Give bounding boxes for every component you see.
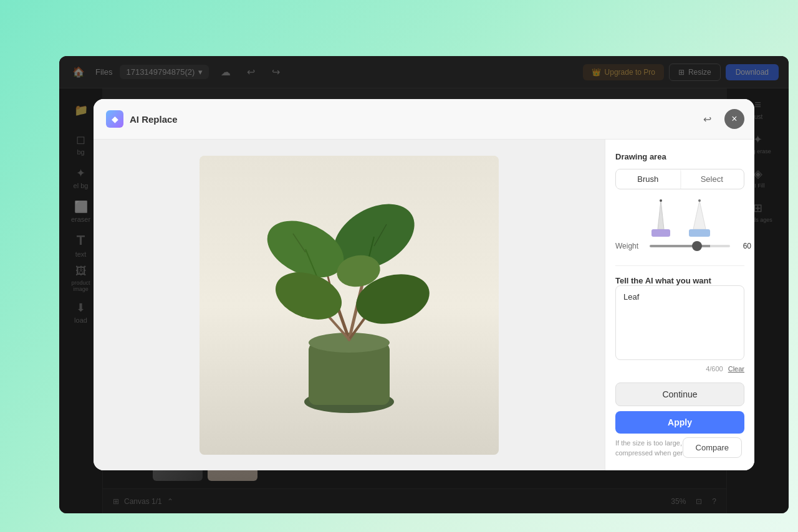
apply-button[interactable]: Apply xyxy=(615,411,744,434)
drawing-area-title: Drawing area xyxy=(615,152,744,161)
plant-image xyxy=(200,156,499,455)
brush-icon-2 xyxy=(684,199,715,237)
clear-button[interactable]: Clear xyxy=(728,365,744,373)
brush-svg-2 xyxy=(684,198,715,239)
ai-section: Tell the AI what you want 4/600 Clear xyxy=(615,276,744,373)
app-window: 🏠 Files 1713149794875(2) ▾ ☁ ↩ ↪ 👑 Upgra… xyxy=(59,56,789,513)
ai-section-title: Tell the AI what you want xyxy=(615,276,744,285)
ai-replace-icon: ◆ xyxy=(106,110,123,128)
modal-right-panel: Drawing area Brush Select xyxy=(605,140,754,470)
svg-marker-18 xyxy=(658,201,664,229)
select-button[interactable]: Select xyxy=(680,169,744,189)
svg-point-23 xyxy=(698,199,701,202)
modal-dialog: × ◆ AI Replace ↩ ↪ xyxy=(94,99,754,470)
textarea-footer: 4/600 Clear xyxy=(615,365,744,373)
brush-option-2[interactable] xyxy=(684,199,715,237)
modal-header: ◆ AI Replace ↩ ↪ xyxy=(94,99,754,140)
ai-prompt-textarea[interactable] xyxy=(615,285,744,360)
svg-rect-19 xyxy=(651,229,670,237)
brush-option-1[interactable] xyxy=(645,199,676,237)
compare-button[interactable]: Compare xyxy=(683,437,742,458)
modal-close-button[interactable]: × xyxy=(724,109,744,129)
modal-body: Compare Drawing area Brush Select xyxy=(94,140,754,470)
svg-marker-21 xyxy=(693,201,706,229)
brush-svg-1 xyxy=(645,198,676,239)
brush-icon-1 xyxy=(645,199,676,237)
svg-point-20 xyxy=(660,199,662,202)
plant-svg xyxy=(249,174,449,436)
brush-preview-area xyxy=(615,199,744,237)
weight-label: Weight xyxy=(615,242,643,250)
weight-value: 60 xyxy=(736,242,751,250)
continue-button[interactable]: Continue xyxy=(615,382,744,406)
weight-slider[interactable] xyxy=(650,245,730,247)
modal-image-container xyxy=(200,156,499,455)
section-divider xyxy=(615,265,744,266)
char-count: 4/600 xyxy=(706,365,723,373)
drawing-area-section: Drawing area Brush Select xyxy=(615,152,744,255)
modal-title-area: ◆ AI Replace xyxy=(106,110,178,128)
modal-image-area: Compare xyxy=(94,140,605,470)
svg-point-14 xyxy=(269,264,348,328)
brush-button[interactable]: Brush xyxy=(616,169,680,189)
svg-rect-22 xyxy=(689,229,710,237)
diamond-icon: ◆ xyxy=(112,114,118,124)
weight-row: Weight 60 xyxy=(615,242,744,250)
brush-select-toggle: Brush Select xyxy=(615,169,744,189)
modal-overlay: × ◆ AI Replace ↩ ↪ xyxy=(59,56,789,513)
modal-undo-button[interactable]: ↩ xyxy=(697,109,717,129)
modal-title: AI Replace xyxy=(130,114,178,125)
